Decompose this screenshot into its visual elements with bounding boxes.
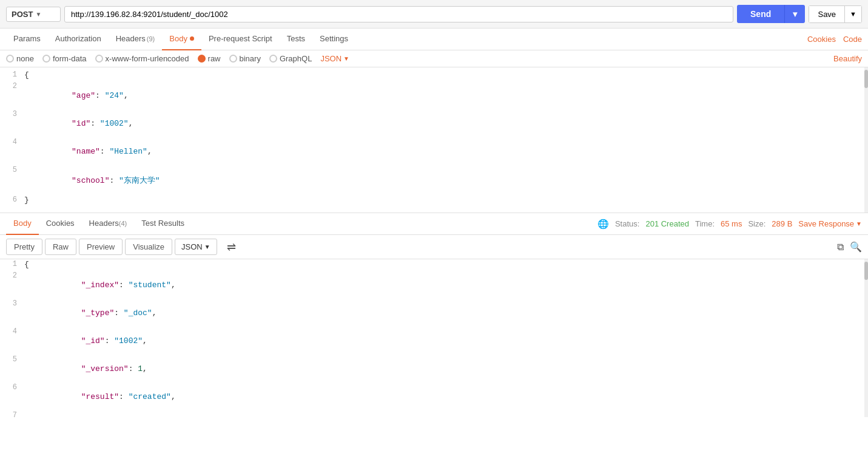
option-raw[interactable]: raw [198,54,221,63]
response-meta: 🌐 Status: 201 Created Time: 65 ms Size: … [597,219,862,230]
json-chevron-icon: ▼ [343,55,349,62]
method-chevron-icon: ▼ [35,11,41,18]
time-value: 65 ms [721,219,742,228]
response-line-2: 2 "_index": "student", [0,271,868,299]
response-scrollbar[interactable] [864,259,868,417]
tab-params[interactable]: Params [6,29,48,50]
response-line-6: 6 "result": "created", [0,383,868,410]
tab-headers[interactable]: Headers (9) [109,29,163,50]
tab-bar-right: Cookies Code [807,35,862,44]
response-subtab-bar: Pretty Raw Preview Visualize JSON ▼ ⇌ ⧉ … [0,235,868,259]
request-line-5: 5 "school": "东南大学" [0,165,868,195]
save-response-chevron-icon: ▼ [856,220,862,227]
radio-form-data [42,55,50,63]
radio-raw [198,55,206,63]
save-response-button[interactable]: Save Response ▼ [798,219,862,228]
globe-icon: 🌐 [597,219,609,230]
send-button[interactable]: Send [737,5,784,23]
method-label: POST [12,10,33,19]
request-tab-bar: Params Authorization Headers (9) Body Pr… [0,29,868,50]
save-button[interactable]: Save [809,5,844,23]
search-icon[interactable]: 🔍 [850,241,862,253]
response-line-1: 1 { [0,259,868,271]
response-tab-test-results[interactable]: Test Results [134,213,192,235]
request-line-3: 3 "id": "1002", [0,109,868,137]
response-format-chevron-icon: ▼ [204,243,210,250]
request-line-2: 2 "age": "24", [0,81,868,109]
response-json-format-btn[interactable]: JSON ▼ [175,239,217,255]
response-line-7: 7 "_shards": { [0,410,868,417]
copy-icon[interactable]: ⧉ [837,242,844,253]
json-format-dropdown[interactable]: JSON ▼ [320,54,349,63]
response-tab-cookies[interactable]: Cookies [39,213,82,235]
tab-body[interactable]: Body [162,29,201,50]
send-dropdown-button[interactable]: ▼ [784,5,805,23]
body-active-dot [190,36,194,41]
response-tab-headers[interactable]: Headers (4) [82,213,135,235]
radio-graphql [269,55,277,63]
request-line-6: 6 } [0,195,868,206]
wrap-lines-button[interactable]: ⇌ [220,237,243,257]
size-value: 289 B [772,219,792,228]
request-line-1: 1 { [0,70,868,81]
option-form-data[interactable]: form-data [42,54,87,63]
method-select[interactable]: POST ▼ [6,7,61,22]
response-line-5: 5 "_version": 1, [0,355,868,383]
response-action-icons: ⧉ 🔍 [837,241,862,253]
tab-pre-request[interactable]: Pre-request Script [201,29,280,50]
request-scrollbar-thumb [864,70,868,88]
subtab-visualize[interactable]: Visualize [125,239,172,255]
save-dropdown-button[interactable]: ▼ [844,5,862,23]
response-scrollbar-thumb [864,262,868,280]
response-line-3: 3 "_type": "_doc", [0,299,868,327]
tab-authorization[interactable]: Authorization [48,29,109,50]
beautify-container: Beautify [833,54,862,63]
option-none[interactable]: none [6,54,34,63]
code-link[interactable]: Code [843,35,862,44]
subtab-pretty[interactable]: Pretty [6,239,42,255]
response-body-editor: 1 { 2 "_index": "student", 3 "_type": "_… [0,259,868,417]
response-tab-bar: Body Cookies Headers (4) Test Results 🌐 … [0,213,868,235]
option-graphql[interactable]: GraphQL [269,54,312,63]
response-section: Body Cookies Headers (4) Test Results 🌐 … [0,213,868,417]
request-line-4: 4 "name": "Hellen", [0,137,868,165]
url-input[interactable] [64,6,733,22]
send-button-group: Send ▼ [737,5,805,23]
response-tab-body[interactable]: Body [6,213,39,235]
tab-tests[interactable]: Tests [280,29,312,50]
radio-binary [229,55,237,63]
request-body-editor[interactable]: 1 { 2 "age": "24", 3 "id": "1002", 4 "na… [0,67,868,213]
request-scrollbar[interactable] [864,67,868,213]
beautify-button[interactable]: Beautify [833,54,862,63]
subtab-raw[interactable]: Raw [45,239,76,255]
body-options-bar: none form-data x-www-form-urlencoded raw… [0,50,868,67]
response-line-4: 4 "_id": "1002", [0,327,868,355]
cookies-link[interactable]: Cookies [807,35,836,44]
url-bar: POST ▼ Send ▼ Save ▼ [0,0,868,29]
status-value: 201 Created [645,219,689,228]
option-binary[interactable]: binary [229,54,261,63]
tab-settings[interactable]: Settings [312,29,355,50]
subtab-preview[interactable]: Preview [79,239,123,255]
option-urlencoded[interactable]: x-www-form-urlencoded [95,54,189,63]
save-button-group: Save ▼ [809,5,862,23]
radio-none [6,55,14,63]
radio-urlencoded [95,55,103,63]
